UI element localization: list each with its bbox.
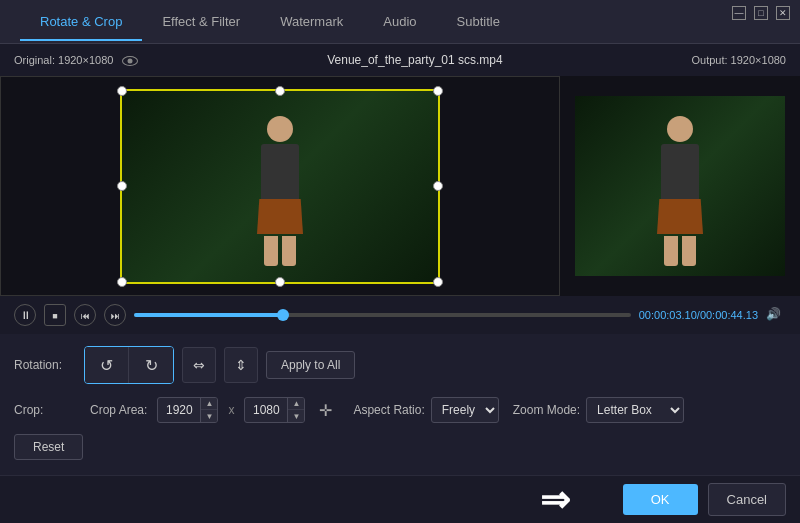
zoom-mode-label: Zoom Mode: (513, 403, 580, 417)
video-content-left (120, 89, 440, 284)
rotation-label: Rotation: (14, 358, 84, 372)
controls-panel: Rotation: ↺ ↻ ⇔ ⇕ Apply to All Crop: Cro… (0, 334, 800, 472)
next-icon (111, 310, 120, 321)
tab-effect-filter[interactable]: Effect & Filter (142, 4, 260, 41)
crop-width-up[interactable]: ▲ (201, 397, 217, 410)
tab-watermark[interactable]: Watermark (260, 4, 363, 41)
next-frame-button[interactable] (104, 304, 126, 326)
rotate-right-button[interactable]: ↻ (129, 347, 173, 383)
aspect-ratio-select[interactable]: Freely 16:9 4:3 1:1 9:16 (431, 397, 499, 423)
person-leg-left (264, 236, 278, 266)
crop-height-up[interactable]: ▲ (288, 397, 304, 410)
person-silhouette (250, 116, 310, 256)
apply-to-all-button[interactable]: Apply to All (266, 351, 355, 379)
aspect-ratio-label: Aspect Ratio: (353, 403, 424, 417)
person-silhouette-right (650, 116, 710, 256)
person-head (267, 116, 293, 142)
preview-left (0, 76, 560, 296)
crop-area-label: Crop Area: (90, 403, 147, 417)
crosshair-button[interactable]: ✛ (311, 396, 339, 424)
pause-icon (20, 309, 31, 321)
playback-bar: 00:00:03.10/00:00:44.13 🔊 (0, 296, 800, 334)
tab-rotate-crop[interactable]: Rotate & Crop (20, 4, 142, 41)
reset-button[interactable]: Reset (14, 434, 83, 460)
reset-row: Reset (14, 434, 786, 460)
person-leg-right-right (682, 236, 696, 266)
bottom-bar: ⇒ OK Cancel (0, 475, 800, 523)
arrow-icon: ⇒ (540, 479, 570, 521)
flip-vertical-button[interactable]: ⇕ (224, 347, 258, 383)
title-bar: — □ ✕ (722, 0, 800, 26)
tab-bar: Rotate & Crop Effect & Filter Watermark … (0, 0, 800, 44)
crop-height-spinners: ▲ ▼ (287, 397, 304, 423)
right-preview (575, 96, 785, 276)
right-video-content (575, 96, 785, 276)
crop-height-down[interactable]: ▼ (288, 410, 304, 423)
x-separator: x (228, 403, 234, 417)
tab-subtitle[interactable]: Subtitle (437, 4, 520, 41)
flip-horizontal-button[interactable]: ⇔ (182, 347, 216, 383)
person-legs-right (650, 236, 710, 266)
info-bar: Original: 1920×1080 Venue_of_the_party_0… (0, 44, 800, 76)
person-body (261, 144, 299, 199)
person-leg-left-right (664, 236, 678, 266)
person-leg-right (282, 236, 296, 266)
person-legs (250, 236, 310, 266)
crop-width-input[interactable] (158, 403, 200, 417)
preview-area (0, 76, 800, 296)
crop-width-spinners: ▲ ▼ (200, 397, 217, 423)
zoom-mode-select[interactable]: Letter Box Pan & Scan Full (586, 397, 684, 423)
time-display: 00:00:03.10/00:00:44.13 (639, 309, 758, 321)
crop-height-input-wrap: ▲ ▼ (244, 397, 305, 423)
tab-audio[interactable]: Audio (363, 4, 436, 41)
preview-right (560, 76, 800, 296)
prev-frame-button[interactable] (74, 304, 96, 326)
filename: Venue_of_the_party_01 scs.mp4 (327, 53, 502, 67)
pause-button[interactable] (14, 304, 36, 326)
volume-icon[interactable]: 🔊 (766, 307, 786, 323)
rotation-buttons: ↺ ↻ (84, 346, 174, 384)
video-frame-left (120, 89, 440, 284)
video-container-left (120, 89, 440, 284)
stop-icon (52, 310, 57, 321)
ok-button[interactable]: OK (623, 484, 698, 515)
crop-label: Crop: (14, 403, 84, 417)
stop-button[interactable] (44, 304, 66, 326)
progress-fill (134, 313, 283, 317)
cancel-button[interactable]: Cancel (708, 483, 786, 516)
rotation-row: Rotation: ↺ ↻ ⇔ ⇕ Apply to All (14, 346, 786, 384)
person-head-right (667, 116, 693, 142)
progress-thumb[interactable] (277, 309, 289, 321)
prev-icon (81, 310, 90, 321)
person-skirt (257, 199, 303, 234)
close-button[interactable]: ✕ (776, 6, 790, 20)
crop-row: Crop: Crop Area: ▲ ▼ x ▲ ▼ ✛ Aspect Rati… (14, 396, 786, 424)
crop-width-down[interactable]: ▼ (201, 410, 217, 423)
person-skirt-right (657, 199, 703, 234)
rotate-left-button[interactable]: ↺ (85, 347, 129, 383)
progress-bar[interactable] (134, 313, 631, 317)
minimize-button[interactable]: — (732, 6, 746, 20)
person-body-right (661, 144, 699, 199)
maximize-button[interactable]: □ (754, 6, 768, 20)
original-resolution: Original: 1920×1080 (14, 54, 138, 66)
eye-icon[interactable] (122, 56, 138, 66)
output-resolution: Output: 1920×1080 (691, 54, 786, 66)
crop-height-input[interactable] (245, 403, 287, 417)
crop-width-input-wrap: ▲ ▼ (157, 397, 218, 423)
